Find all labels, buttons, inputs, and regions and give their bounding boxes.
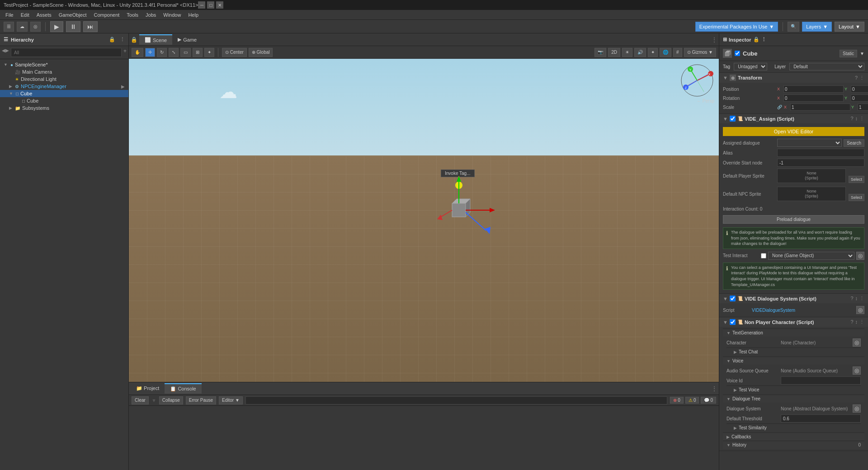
move-tool[interactable]: ✛ [145, 48, 155, 57]
search-global-button[interactable]: 🔍 [788, 22, 799, 32]
custom-tool[interactable]: ✦ [204, 48, 214, 57]
menu-assets[interactable]: Assets [33, 11, 55, 19]
tab-console[interactable]: 📋 Console [165, 383, 201, 394]
tab-project[interactable]: 📁 Project [131, 384, 165, 393]
list-item[interactable]: ▶ ⚙ NPCEngineManager ▶ [0, 83, 128, 90]
tab-game[interactable]: ▶ Game [172, 35, 202, 44]
layer-select[interactable]: Default [789, 63, 864, 70]
assigned-dialogue-select[interactable] [777, 139, 842, 147]
test-chat-header[interactable]: ▶ Test Chat [726, 348, 861, 356]
npc-settings-icon[interactable]: ↕ [855, 319, 858, 325]
lock-icon2[interactable]: 🔒 [753, 37, 760, 42]
gameobj-select[interactable]: None (Game Object) [768, 252, 854, 260]
scene-view[interactable]: Invoke Tag... [129, 59, 719, 382]
alias-input[interactable] [777, 149, 864, 157]
list-item[interactable]: ▶ 📁 Subsystems [0, 104, 128, 112]
npc-sprite-select-btn[interactable]: Select [849, 194, 864, 201]
vide-assign-help-icon[interactable]: ? [850, 116, 853, 122]
menu-window[interactable]: Window [160, 11, 184, 19]
lock-icon[interactable]: 🔒 [109, 37, 115, 42]
voice-id-input[interactable] [781, 376, 861, 385]
list-item[interactable]: ▶ □ Cube [0, 97, 128, 104]
npc-checkbox[interactable] [730, 319, 736, 325]
vide-assign-more-icon[interactable]: ⋮ [859, 116, 864, 122]
position-y-input[interactable] [851, 85, 868, 93]
test-voice-header[interactable]: ▶ Test Voice [726, 385, 861, 394]
menu-edit[interactable]: Edit [17, 11, 33, 19]
character-circle-btn[interactable]: ◎ [853, 338, 861, 347]
menu-file[interactable]: File [2, 11, 17, 19]
console-more-icon[interactable]: ⋮ [712, 385, 717, 392]
gameobj-circle-btn[interactable]: ◎ [856, 252, 864, 260]
npc-header[interactable]: ▼ 📜 Non Player Character (Script) ? ↕ ⋮ [719, 317, 868, 327]
clear-button[interactable]: Clear [132, 396, 149, 404]
more-icon2[interactable]: ⋮ [761, 37, 766, 42]
audio-circle-btn[interactable]: ◎ [853, 367, 861, 375]
vide-assign-checkbox[interactable] [730, 116, 736, 122]
vide-assign-settings-icon[interactable]: ↕ [855, 116, 858, 122]
tag-select[interactable]: Untagged [734, 63, 767, 70]
pause-button[interactable]: ⏸ [66, 21, 80, 32]
menu-jobs[interactable]: Jobs [142, 11, 160, 19]
textgeneration-header[interactable]: ▼ TextGeneration [723, 329, 864, 337]
dialogue-system-circle-btn[interactable]: ◎ [853, 404, 861, 413]
test-interact-checkbox[interactable] [761, 253, 766, 258]
console-search-input[interactable] [245, 396, 667, 404]
scale-tool[interactable]: ⤡ [169, 48, 179, 57]
vide-assign-header[interactable]: ▼ 📜 VIDE_Assign (Script) ? ↕ ⋮ [719, 114, 868, 123]
vide-dialogue-settings-icon[interactable]: ↕ [855, 296, 858, 301]
collapse-button[interactable]: Collapse [159, 396, 183, 404]
more-icon[interactable]: ⋮ [120, 37, 125, 42]
grid-btn[interactable]: # [673, 48, 682, 57]
vide-dialogue-header[interactable]: ▼ 📜 VIDE Dialogue System (Script) ? ↕ ⋮ [719, 294, 868, 303]
rect-tool[interactable]: ▭ [180, 48, 191, 57]
toolbar-unity-button[interactable]: ◎ [30, 22, 41, 32]
vide-dialogue-more-icon[interactable]: ⋮ [859, 296, 864, 301]
open-vide-editor-button[interactable]: Open VIDE Editor [723, 127, 864, 136]
hierarchy-search-input[interactable] [11, 48, 122, 57]
2d-btn[interactable]: 2D [608, 48, 620, 57]
override-start-input[interactable] [777, 159, 864, 167]
callbacks-header[interactable]: ▶ Callbacks [723, 432, 864, 441]
vide-dialogue-checkbox[interactable] [730, 296, 736, 301]
pivot-btn[interactable]: ⊙ Center [222, 48, 247, 57]
list-item[interactable]: ▼ □ Cube [0, 90, 128, 97]
play-button[interactable]: ▶ [50, 21, 63, 32]
layout-dropdown[interactable]: Layout ▼ [835, 22, 864, 32]
maximize-button[interactable]: □ [207, 1, 214, 9]
voice-header[interactable]: ▼ Voice [723, 357, 864, 365]
toolbar-settings-button[interactable]: ☰ [4, 22, 14, 32]
rotation-x-input[interactable] [783, 94, 844, 102]
transform-header[interactable]: ▼ ⊕ Transform ? ⋮ [719, 73, 868, 83]
error-pause-button[interactable]: Error Pause [186, 396, 216, 404]
close-button[interactable]: ✕ [216, 1, 223, 9]
preload-dialogue-button[interactable]: Preload dialogue [723, 215, 864, 224]
transform-settings-icon[interactable]: ⋮ [859, 75, 864, 81]
experimental-packages-dropdown[interactable]: Experimental Packages In Use ▼ [695, 22, 778, 32]
static-dropdown-icon[interactable]: ▼ [860, 51, 864, 56]
vide-dialogue-help-icon[interactable]: ? [850, 296, 853, 301]
history-header[interactable]: ▼ History 0 [723, 441, 864, 449]
audio-btn[interactable]: 🔊 [634, 48, 646, 57]
step-button[interactable]: ⏭ [83, 21, 98, 32]
scale-x-input[interactable] [790, 103, 850, 111]
default-threshold-input[interactable] [781, 414, 861, 423]
scene-more-icon[interactable]: ⋮ [712, 37, 717, 43]
transform-help-icon[interactable]: ? [855, 75, 858, 81]
search-button[interactable]: Search [844, 139, 864, 147]
camera-btn[interactable]: 📷 [594, 48, 606, 57]
editor-button[interactable]: Editor ▼ [219, 396, 243, 404]
minimize-button[interactable]: ─ [198, 1, 205, 9]
object-active-checkbox[interactable] [735, 51, 740, 56]
list-item[interactable]: ▶ ☀ Directional Light [0, 75, 128, 83]
list-item[interactable]: ▼ ● SampleScene* [0, 61, 128, 68]
static-button[interactable]: Static [840, 50, 857, 57]
tab-scene[interactable]: ⬜ Scene [139, 34, 172, 45]
npc-help-icon[interactable]: ? [850, 319, 853, 325]
test-similarity-header[interactable]: ▶ Test Similarity [726, 423, 861, 432]
rotation-y-input[interactable] [851, 94, 868, 102]
fx-btn[interactable]: ✦ [648, 48, 658, 57]
list-item[interactable]: ▶ 🎥 Main Camera [0, 68, 128, 75]
toolbar-cloud-button[interactable]: ☁ [17, 22, 28, 32]
transform-tool[interactable]: ⊞ [193, 48, 203, 57]
